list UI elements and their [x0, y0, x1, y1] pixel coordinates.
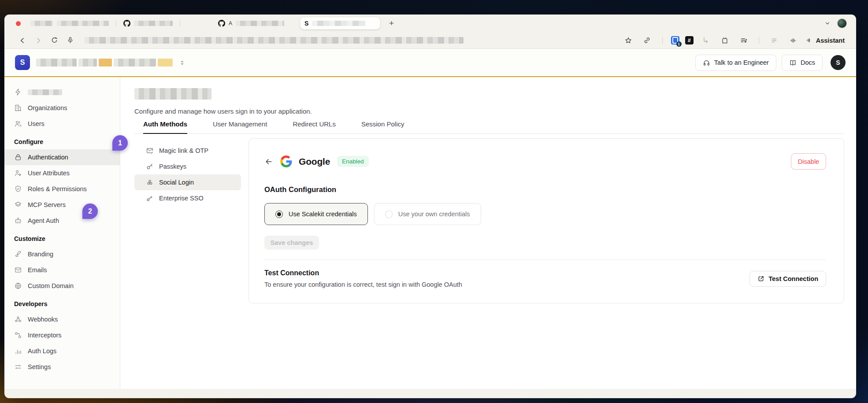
test-connection-button[interactable]: Test Connection [749, 271, 826, 287]
reload-icon[interactable] [48, 34, 61, 47]
sidebar-item-label: Roles & Permissions [28, 185, 87, 192]
workspace-switcher[interactable] [36, 59, 185, 67]
browser-tab-github-2[interactable]: A [214, 17, 289, 30]
redacted-url-bar[interactable] [85, 37, 464, 44]
user-avatar[interactable]: S [831, 55, 846, 70]
sidebar-item-authentication[interactable]: Authentication [4, 149, 120, 165]
external-link-icon [757, 275, 764, 282]
globe-icon [14, 282, 22, 290]
redacted-org-name [114, 59, 156, 67]
test-connection-heading: Test Connection [264, 269, 462, 277]
subnav-item-enterprise-sso[interactable]: Enterprise SSO [134, 190, 241, 206]
sliders-icon [14, 363, 22, 371]
tab-auth-methods[interactable]: Auth Methods [143, 120, 187, 134]
sidebar-item-webhooks[interactable]: Webhooks [4, 311, 120, 327]
assistant-signal-icon [805, 37, 813, 44]
radio-scalekit-credentials[interactable]: Use Scalekit credentials [264, 203, 368, 225]
assistant-button[interactable]: Assistant [805, 37, 845, 44]
app-logo[interactable]: S [15, 55, 30, 70]
building-icon [14, 104, 22, 112]
save-changes-button[interactable]: Save changes [264, 236, 319, 250]
forward-icon[interactable] [32, 34, 45, 47]
tab-user-management[interactable]: User Management [213, 120, 267, 133]
sidebar-item-users[interactable]: Users [4, 116, 120, 132]
redacted-tab-title [134, 21, 173, 26]
assistant-label: Assistant [816, 37, 845, 44]
subnav-item-social-login[interactable]: Social Login [134, 174, 241, 190]
tab-separator [180, 20, 180, 27]
auth-methods-subnav: Magic link & OTP Passkeys Social Login E… [134, 143, 241, 206]
sidebar-item-user-attributes[interactable]: User Attributes [4, 165, 120, 181]
sidebar-item-interceptors[interactable]: Interceptors [4, 327, 120, 343]
profile-globe-avatar[interactable] [838, 19, 846, 28]
back-arrow-icon[interactable] [264, 157, 273, 166]
sidebar-item-auth-logs[interactable]: Auth Logs [4, 343, 120, 359]
redacted-org-name [36, 59, 77, 67]
sidebar-item-branding[interactable]: Branding [4, 246, 120, 262]
sidebar-item-label: Branding [28, 251, 53, 258]
reader-list-icon[interactable] [768, 34, 781, 47]
sidebar-section-configure: Configure [4, 132, 120, 149]
redacted-tab-title [30, 21, 53, 26]
sidebar-item-label: Emails [28, 266, 47, 274]
status-badge: Enabled [337, 156, 369, 167]
sidebar-item-emails[interactable]: Emails [4, 262, 120, 278]
hash-extension-icon[interactable]: # [685, 36, 694, 44]
toolbar-separator [759, 37, 759, 44]
arrow-extension-icon[interactable] [699, 34, 712, 47]
chevron-down-icon[interactable] [824, 20, 831, 26]
window-close-button[interactable] [16, 21, 21, 26]
lock-icon [14, 153, 22, 161]
sidebar-item-settings[interactable]: Settings [4, 359, 120, 375]
sidebar-item-label: Organizations [28, 104, 67, 111]
copy-link-icon[interactable] [641, 34, 654, 47]
extension-badge: 1 [676, 41, 682, 47]
subnav-label: Passkeys [159, 163, 186, 170]
test-connection-description: To ensure your configuration is correct,… [264, 281, 462, 288]
key-icon [146, 163, 154, 170]
disable-button[interactable]: Disable [791, 153, 826, 170]
subnav-label: Enterprise SSO [159, 195, 204, 202]
sidebar-item-agent-auth[interactable]: Agent Auth [4, 213, 120, 229]
sidebar-item-label: Settings [28, 363, 51, 370]
sidebar-item-roles-permissions[interactable]: Roles & Permissions [4, 181, 120, 197]
page-description: Configure and manage how users sign in t… [134, 107, 844, 115]
browser-tab-github-1[interactable] [119, 17, 177, 30]
tab-session-policy[interactable]: Session Policy [361, 120, 404, 133]
docs-button[interactable]: Docs [782, 55, 823, 71]
annotation-step-1-badge: 1 [112, 135, 128, 151]
sidebar-item-custom-domain[interactable]: Custom Domain [4, 278, 120, 294]
subnav-item-magic-link-otp[interactable]: Magic link & OTP [134, 143, 241, 159]
waveform-icon[interactable] [786, 34, 800, 47]
talk-to-engineer-button[interactable]: Talk to an Engineer [695, 55, 776, 71]
browser-tab-1[interactable] [26, 17, 113, 30]
sidebar-item-label: Users [28, 120, 45, 127]
layers-icon [14, 201, 22, 209]
microphone-icon[interactable] [63, 34, 77, 47]
subnav-item-passkeys[interactable]: Passkeys [134, 159, 241, 174]
new-tab-button[interactable]: + [386, 18, 397, 28]
provider-name: Google [299, 156, 330, 167]
back-icon[interactable] [16, 34, 29, 47]
tab-separator [116, 20, 116, 27]
lightning-icon [14, 88, 22, 96]
sidebar-item-organizations[interactable]: Organizations [4, 100, 120, 116]
sidebar-item-mcp-servers[interactable]: MCP Servers [4, 197, 120, 213]
mail-check-icon [146, 147, 154, 155]
sidebar-section-customize: Customize [4, 229, 120, 246]
github-icon [123, 20, 130, 27]
sidebar-item-redacted[interactable] [4, 84, 120, 100]
playlist-extension-icon[interactable] [737, 34, 750, 47]
select-chevrons-icon [179, 59, 185, 66]
subnav-label: Magic link & OTP [159, 147, 208, 154]
radio-selected-icon [275, 211, 283, 218]
browser-tab-active[interactable]: S [300, 17, 380, 30]
radio-own-credentials[interactable]: Use your own credentials [374, 203, 481, 225]
credentials-radio-group: Use Scalekit credentials Use your own cr… [264, 203, 826, 225]
tab-redirect-urls[interactable]: Redirect URLs [293, 120, 336, 133]
provider-panel: Google Enabled Disable OAuth Configurati… [249, 138, 844, 303]
shape-extension-icon[interactable] [718, 34, 731, 47]
password-extension-icon[interactable]: 1 [671, 36, 679, 44]
bookmark-star-icon[interactable] [622, 34, 635, 47]
main-content: Configure and manage how users sign in t… [120, 77, 856, 389]
